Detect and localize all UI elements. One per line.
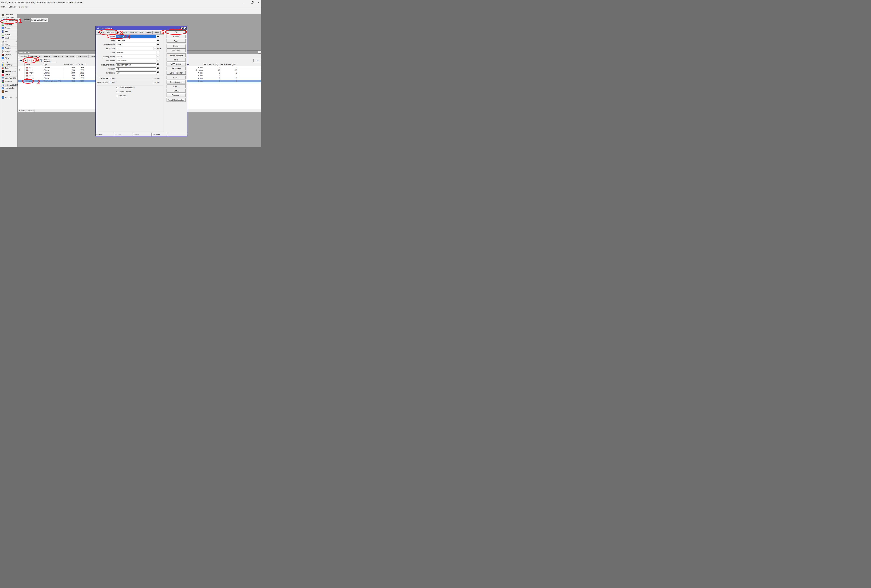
- checkbox-default-forward[interactable]: [116, 91, 118, 93]
- wps-accept-button[interactable]: WPS Accept: [166, 62, 186, 66]
- enable-button[interactable]: ✔: [27, 59, 31, 62]
- setup-repeater-button[interactable]: Setup Repeater: [166, 71, 186, 75]
- reset-configuration-button[interactable]: Reset Configuration: [166, 98, 186, 102]
- sidebar-item-wireless[interactable]: Wireless: [0, 23, 17, 27]
- col-header-actual-mtu[interactable]: Actual MTU: [64, 64, 73, 66]
- advanced-mode-button[interactable]: Advanced Mode: [166, 54, 186, 57]
- menu-settings[interactable]: Settings: [8, 6, 16, 8]
- sidebar-item-partition[interactable]: Partition: [0, 80, 17, 83]
- enable-button[interactable]: Enable: [166, 44, 186, 48]
- dialog-tab-traffic[interactable]: Traffic: [153, 31, 161, 34]
- safe-mode-button[interactable]: Safe Mode: [7, 18, 20, 22]
- field-default-ap-tx-limit[interactable]: [116, 77, 153, 80]
- remove-button[interactable]: −: [24, 59, 27, 62]
- comment-button[interactable]: [36, 59, 39, 62]
- sidebar-item-new-terminal[interactable]: New Terminal: [0, 70, 17, 73]
- col-header-l2-mtu[interactable]: L2 MTU: [76, 64, 83, 66]
- menu-session[interactable]: ssion: [0, 6, 6, 8]
- wps-client-button[interactable]: WPS Client: [166, 67, 186, 70]
- sidebar-item-queues[interactable]: Queues: [0, 53, 17, 57]
- checkbox-hide-ssid[interactable]: [116, 95, 118, 97]
- menu-dashboard[interactable]: Dashboard: [19, 6, 29, 8]
- filter-button[interactable]: [40, 59, 43, 62]
- interface-list-restore-icon[interactable]: [258, 51, 261, 54]
- dropdown-icon[interactable]: [154, 47, 156, 50]
- sidebar-item-routing[interactable]: Routing▷: [0, 46, 17, 50]
- dropdown-icon[interactable]: [157, 63, 159, 66]
- field-frequency[interactable]: 2412: [116, 47, 153, 50]
- col-header-fp-rx-packet[interactable]: FP Rx Packet (p/s): [221, 64, 235, 66]
- down-arrow-icon[interactable]: [154, 82, 156, 84]
- find-button[interactable]: Find: [253, 59, 261, 62]
- undo-icon[interactable]: ↻: [2, 18, 6, 22]
- tab-interface[interactable]: Interface: [19, 55, 28, 58]
- sidebar-item-log[interactable]: Log: [0, 60, 17, 63]
- sidebar-item-files[interactable]: Files: [0, 57, 17, 60]
- sidebar-item-switch[interactable]: Switch: [0, 33, 17, 36]
- minimize-icon[interactable]: —: [240, 0, 248, 5]
- sidebar-item-tools[interactable]: Tools▷: [0, 67, 17, 70]
- spin-up-icon[interactable]: [157, 51, 159, 54]
- dialog-titlebar[interactable]: Interface <wlan1> ✕: [96, 26, 187, 30]
- freq-usage-button[interactable]: Freq. Usage...: [166, 80, 186, 84]
- col-header-tx[interactable]: Tx: [85, 64, 87, 66]
- tab-interface-list[interactable]: Interface List: [29, 55, 42, 58]
- field-channel-width[interactable]: 20MHz: [116, 43, 156, 46]
- dialog-close-icon[interactable]: ✕: [184, 27, 187, 30]
- sniff-button[interactable]: Sniff...: [166, 89, 186, 93]
- tab-ethernet[interactable]: Ethernet: [42, 55, 52, 58]
- field-country[interactable]: etsi: [116, 67, 156, 70]
- field-installation[interactable]: any: [116, 72, 156, 75]
- sidebar-item-ppp[interactable]: PPP: [0, 30, 17, 33]
- session-field[interactable]: E4:8D:8C:52:85:87: [30, 18, 48, 22]
- col-header-name[interactable]: Name: [25, 64, 30, 66]
- dropdown-icon[interactable]: [157, 67, 159, 70]
- sidebar-item-metarouter[interactable]: MetaROUTER: [0, 77, 17, 80]
- snooper-button[interactable]: Snooper...: [166, 93, 186, 97]
- field-mode[interactable]: ap bridge: [116, 35, 156, 38]
- dropdown-icon[interactable]: [157, 39, 159, 42]
- dialog-tab-general[interactable]: General: [96, 31, 105, 34]
- field-security-profile[interactable]: default: [116, 55, 156, 58]
- tab-eoip-tunnel[interactable]: EoIP Tunnel: [52, 55, 65, 58]
- close-icon[interactable]: ✕: [256, 0, 261, 5]
- apply-button[interactable]: Apply: [166, 39, 186, 43]
- dropdown-icon[interactable]: [157, 59, 159, 62]
- down-arrow-icon[interactable]: [154, 78, 156, 80]
- ok-button[interactable]: OK: [166, 30, 186, 34]
- sidebar-item-windows[interactable]: Windows▷: [0, 96, 17, 99]
- dialog-tab-ht[interactable]: HT: [116, 31, 121, 34]
- dialog-restore-icon[interactable]: [181, 27, 183, 30]
- sidebar-item-dot1x[interactable]: Dot1X: [0, 73, 17, 76]
- dropdown-icon[interactable]: [157, 55, 159, 58]
- field-band[interactable]: 2GHz-B/G: [116, 39, 156, 42]
- tab-gre-tunnel[interactable]: GRE Tunnel: [76, 55, 88, 58]
- dialog-tab-nv2[interactable]: NV2: [138, 31, 144, 34]
- dropdown-icon[interactable]: [157, 72, 159, 75]
- sidebar-item-ip[interactable]: IP▷: [0, 40, 17, 43]
- clipped-button[interactable]: [0, 18, 1, 22]
- checkbox-default-authenticate[interactable]: [116, 87, 118, 89]
- field-ssid[interactable]: MikroTik: [116, 51, 156, 54]
- col-header-fp-tx-packet[interactable]: FP Tx Packet (p/s): [204, 64, 218, 66]
- comment-button[interactable]: Comment: [166, 48, 186, 52]
- sidebar-item-exit[interactable]: Exit: [0, 90, 17, 93]
- detect-internet-button[interactable]: Detect Internet: [44, 59, 56, 62]
- dropdown-icon[interactable]: [157, 35, 159, 38]
- sidebar-item-system[interactable]: System▷: [0, 50, 17, 53]
- dialog-tab-nstreme[interactable]: Nstreme: [128, 31, 138, 34]
- sidebar-item-bridge[interactable]: Bridge: [0, 27, 17, 30]
- cancel-button[interactable]: Cancel: [166, 35, 186, 38]
- dialog-tab-wireless[interactable]: Wireless: [106, 30, 115, 34]
- sidebar-item-mpls[interactable]: MPLS▷: [0, 43, 17, 46]
- field-frequency-mode[interactable]: regulatory-domain: [116, 63, 156, 66]
- sidebar-item-mesh[interactable]: Mesh: [0, 36, 17, 40]
- torch-button[interactable]: Torch: [166, 58, 186, 61]
- dialog-tab-status[interactable]: Status: [145, 31, 153, 34]
- restore-icon[interactable]: [248, 0, 256, 5]
- align-button[interactable]: Align...: [166, 84, 186, 88]
- col-header-type[interactable]: Type: [43, 64, 47, 66]
- field-wps-mode[interactable]: push button: [116, 59, 156, 62]
- sidebar-item-radius[interactable]: RADIUS: [0, 63, 17, 67]
- sidebar-item-new-winbox[interactable]: New WinBox: [0, 87, 17, 90]
